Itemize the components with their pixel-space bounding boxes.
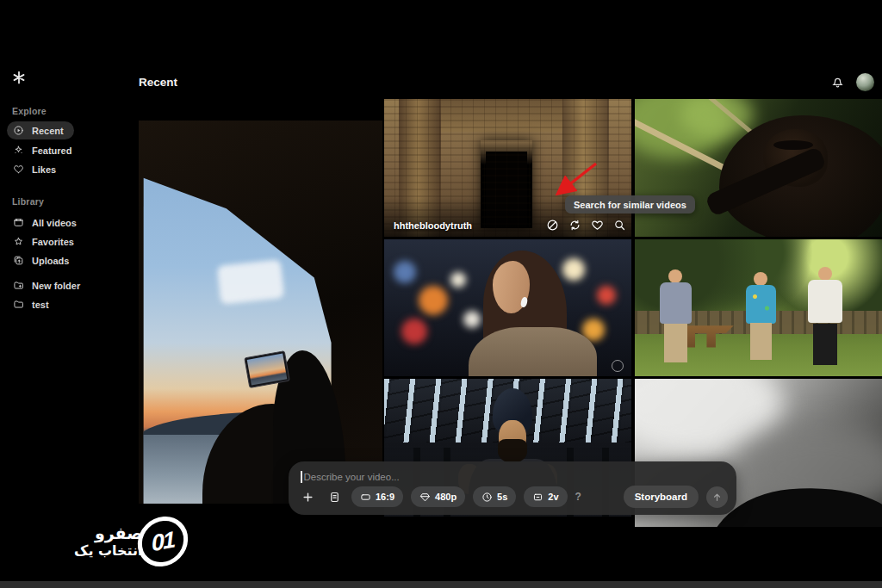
sidebar-item-featured[interactable]: Featured bbox=[7, 141, 82, 159]
resolution-pill[interactable]: 480p bbox=[411, 486, 465, 507]
arrow-up-icon bbox=[711, 492, 723, 503]
thumbnail-art bbox=[597, 286, 616, 305]
sidebar-item-label: Uploads bbox=[32, 256, 69, 266]
thumbnail-art bbox=[498, 439, 527, 462]
composer-controls: 16:9 480p 5s 2v ? Storyboard bbox=[298, 486, 728, 508]
video-library-icon bbox=[13, 217, 24, 228]
sidebar-item-recent[interactable]: Recent bbox=[7, 121, 74, 139]
aspect-ratio-icon bbox=[360, 492, 371, 503]
new-folder-icon bbox=[13, 280, 24, 291]
heart-icon bbox=[13, 164, 24, 175]
remix-icon[interactable] bbox=[568, 219, 581, 232]
video-tile-chimpanzee[interactable] bbox=[635, 99, 882, 237]
submit-button[interactable] bbox=[706, 486, 728, 508]
sidebar-item-label: Likes bbox=[32, 164, 56, 175]
sidebar-item-likes[interactable]: Likes bbox=[7, 160, 66, 178]
app-window: Explore Recent Featured Likes Library Al… bbox=[0, 0, 882, 588]
sidebar-item-new-folder[interactable]: New folder bbox=[7, 276, 90, 294]
aspect-ratio-pill[interactable]: 16:9 bbox=[351, 486, 403, 507]
watermark-text: صفرو انتخاب یک bbox=[74, 524, 143, 559]
storyboard-button[interactable]: Storyboard bbox=[624, 486, 699, 508]
duration-pill[interactable]: 5s bbox=[473, 486, 516, 507]
like-icon[interactable] bbox=[591, 219, 604, 232]
watermark-logo: صفرو انتخاب یک 01 bbox=[74, 517, 188, 566]
block-icon[interactable] bbox=[546, 219, 559, 232]
prompt-placeholder: Describe your video... bbox=[304, 472, 400, 482]
video-tile-truck-window[interactable] bbox=[139, 121, 382, 504]
resolution-icon bbox=[419, 492, 431, 503]
page-title: Recent bbox=[139, 76, 177, 89]
thumbnail-art bbox=[808, 267, 842, 365]
sidebar-item-uploads[interactable]: Uploads bbox=[7, 251, 79, 269]
add-button[interactable] bbox=[298, 487, 317, 506]
thumbnail-art bbox=[394, 261, 416, 283]
section-label-library: Library bbox=[12, 196, 44, 207]
annotation-arrow-icon bbox=[541, 158, 615, 202]
thumbnail-art bbox=[773, 140, 813, 150]
sidebar-item-all-videos[interactable]: All videos bbox=[7, 214, 87, 232]
duration-value: 5s bbox=[497, 492, 507, 502]
play-circle-icon bbox=[13, 125, 24, 136]
sidebar-item-label: test bbox=[32, 300, 49, 310]
section-label-explore: Explore bbox=[12, 106, 47, 116]
thumbnail-art bbox=[562, 258, 585, 281]
star-icon bbox=[13, 236, 24, 247]
video-author-label[interactable]: hhthebloodytruth bbox=[394, 220, 472, 231]
search-icon[interactable] bbox=[613, 219, 626, 232]
notifications-bell-icon[interactable] bbox=[830, 75, 845, 90]
aspect-ratio-value: 16:9 bbox=[376, 492, 394, 502]
variations-icon bbox=[532, 492, 543, 503]
featured-icon bbox=[13, 145, 24, 156]
user-avatar[interactable] bbox=[856, 73, 874, 91]
thumbnail-art bbox=[450, 272, 466, 288]
folder-icon bbox=[13, 299, 24, 310]
sidebar-item-label: All videos bbox=[32, 218, 77, 228]
sidebar-item-favorites[interactable]: Favorites bbox=[7, 232, 84, 251]
sidebar-item-label: Recent bbox=[32, 126, 64, 136]
help-button[interactable]: ? bbox=[575, 491, 581, 503]
video-tile-three-men[interactable] bbox=[635, 239, 882, 376]
sidebar-item-label: Favorites bbox=[32, 237, 74, 247]
video-tile-woman-earbuds[interactable] bbox=[384, 239, 631, 376]
watermark-01-badge: 01 bbox=[136, 515, 188, 568]
thumbnail-art bbox=[660, 269, 692, 362]
variations-value: 2v bbox=[548, 492, 558, 502]
sidebar-item-test-folder[interactable]: test bbox=[7, 295, 59, 313]
sidebar-item-label: Featured bbox=[32, 145, 71, 156]
thumbnail-art bbox=[419, 286, 448, 315]
thumbnail-art bbox=[746, 272, 775, 360]
prompt-composer: Describe your video... 16:9 480p 5s bbox=[289, 461, 736, 515]
watermark-line1: صفرو bbox=[74, 524, 143, 543]
variations-pill[interactable]: 2v bbox=[524, 486, 567, 507]
thumbnail-art bbox=[463, 311, 481, 328]
upload-icon bbox=[13, 255, 24, 266]
sidebar: Explore Recent Featured Likes Library Al… bbox=[0, 0, 138, 588]
prompt-input[interactable]: Describe your video... bbox=[301, 471, 400, 483]
thumbnail-badge-icon bbox=[612, 360, 624, 372]
bottom-strip bbox=[0, 581, 882, 588]
sidebar-item-label: New folder bbox=[32, 281, 80, 291]
thumbnail-art bbox=[401, 319, 427, 344]
watermark-01-text: 01 bbox=[150, 526, 174, 556]
watermark-line2: انتخاب یک bbox=[74, 543, 143, 559]
video-hover-actions bbox=[546, 219, 626, 232]
text-caret bbox=[301, 471, 302, 483]
duration-icon bbox=[481, 492, 493, 503]
resolution-value: 480p bbox=[435, 492, 457, 502]
preset-document-icon[interactable] bbox=[325, 487, 344, 506]
openai-logo-icon[interactable] bbox=[11, 70, 27, 85]
